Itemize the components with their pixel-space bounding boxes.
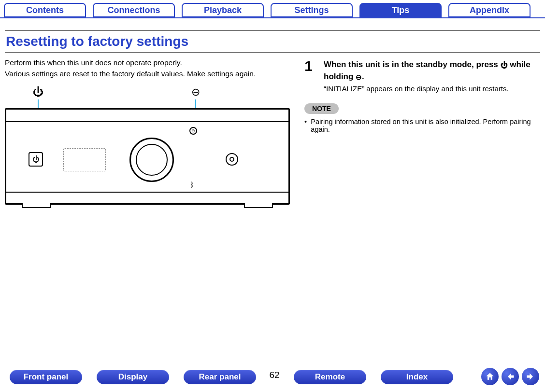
- step-1: 1 When this unit is in the standby mode,…: [304, 59, 540, 93]
- step-text: When this unit is in the standby mode, p…: [324, 60, 501, 69]
- step-heading: When this unit is in the standby mode, p…: [324, 59, 540, 83]
- device-input-button: ⊖: [189, 127, 197, 135]
- bottom-nav: Front panel Display Rear panel 62 Remote…: [0, 367, 545, 388]
- nav-remote[interactable]: Remote: [294, 370, 366, 384]
- home-icon[interactable]: [481, 368, 499, 385]
- input-icon: ⊖: [191, 86, 200, 98]
- note-item: • Pairing information stored on this uni…: [304, 118, 540, 133]
- step-text: .: [362, 72, 364, 81]
- power-icon: ⏻: [501, 61, 508, 69]
- tab-tips[interactable]: Tips: [359, 3, 442, 17]
- device-front: ⏻ ⊖ ᛒ: [5, 108, 290, 205]
- nav-icon-group: [481, 368, 539, 385]
- tab-appendix[interactable]: Appendix: [448, 3, 531, 17]
- device-foot: [22, 203, 51, 208]
- tab-settings[interactable]: Settings: [271, 3, 353, 17]
- nav-front-panel[interactable]: Front panel: [10, 370, 82, 384]
- input-icon: ⊖: [356, 72, 362, 81]
- note-text: Pairing information stored on this unit …: [311, 118, 540, 133]
- nav-baseline: [0, 17, 545, 18]
- nav-display[interactable]: Display: [97, 370, 169, 384]
- bullet-icon: •: [304, 118, 311, 133]
- step-number: 1: [304, 59, 324, 93]
- intro-line-2: Various settings are reset to the factor…: [5, 69, 290, 79]
- bluetooth-icon: ᛒ: [190, 181, 194, 189]
- device-power-button: ⏻: [29, 152, 43, 167]
- step-body: When this unit is in the standby mode, p…: [324, 59, 540, 93]
- step-subtext: “INITIALIZE” appears on the display and …: [324, 84, 540, 93]
- device-display-area: [63, 148, 106, 171]
- top-nav: Contents Connections Playback Settings T…: [0, 0, 545, 19]
- content-area: Perform this when this unit does not ope…: [5, 58, 540, 205]
- arrow-left-icon[interactable]: [502, 368, 519, 385]
- left-column: Perform this when this unit does not ope…: [5, 58, 304, 205]
- power-icon: ⏻: [33, 86, 43, 98]
- tab-connections[interactable]: Connections: [93, 3, 175, 17]
- nav-rear-panel[interactable]: Rear panel: [184, 370, 256, 384]
- title-section: Resetting to factory settings: [5, 30, 540, 53]
- nav-index[interactable]: Index: [381, 370, 453, 384]
- page-number: 62: [265, 370, 284, 380]
- device-foot: [244, 203, 273, 208]
- device-illustration: ⏻ ⊖ ⏻ ⊖ ᛒ: [5, 86, 290, 205]
- device-headphone-jack: [226, 153, 238, 166]
- tab-contents[interactable]: Contents: [4, 3, 86, 17]
- tab-playback[interactable]: Playback: [182, 3, 264, 17]
- device-volume-dial: [129, 138, 174, 182]
- right-column: 1 When this unit is in the standby mode,…: [304, 58, 540, 205]
- arrow-right-icon[interactable]: [522, 368, 539, 385]
- intro-line-1: Perform this when this unit does not ope…: [5, 58, 290, 68]
- page-title: Resetting to factory settings: [5, 30, 540, 53]
- note-label: NOTE: [304, 103, 339, 114]
